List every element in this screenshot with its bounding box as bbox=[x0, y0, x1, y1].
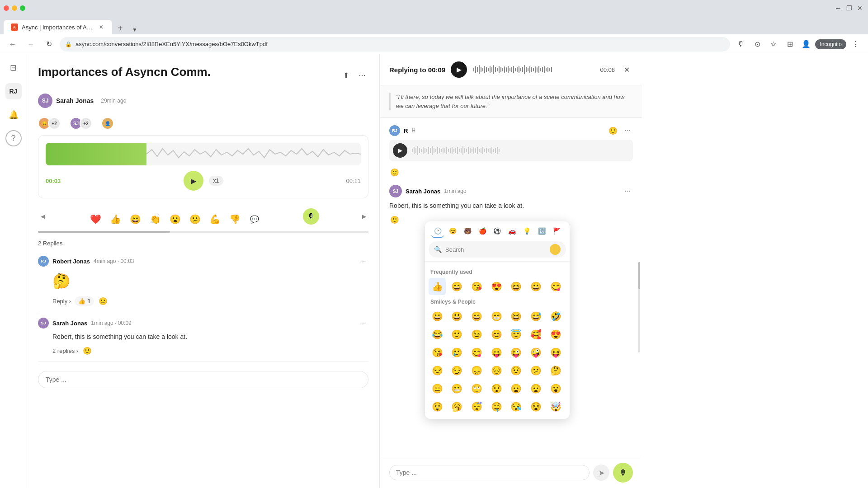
share-icon[interactable]: ⬆ bbox=[340, 69, 352, 81]
e-disappointed[interactable]: 😞 bbox=[468, 362, 485, 379]
scroll-left-arrow[interactable]: ◀ bbox=[38, 212, 47, 221]
reaction-strong[interactable]: 💪 bbox=[207, 211, 223, 227]
e-anguished[interactable]: 😧 bbox=[528, 380, 545, 397]
e-worried[interactable]: 😟 bbox=[508, 362, 525, 379]
e-thinking[interactable]: 🤔 bbox=[547, 362, 564, 379]
emoji-hearteyes[interactable]: 😍 bbox=[488, 278, 505, 295]
rj-mini-play[interactable]: ▶ bbox=[393, 143, 407, 158]
msg1-emoji-btn[interactable]: 🙂 bbox=[98, 296, 108, 306]
e-grinning[interactable]: 😀 bbox=[429, 308, 446, 325]
lens-icon[interactable]: ⊙ bbox=[750, 37, 764, 52]
e-holding-back[interactable]: 🥲 bbox=[448, 344, 466, 361]
e-rolling-eyes[interactable]: 🙄 bbox=[468, 380, 485, 397]
e-yawning[interactable]: 🥱 bbox=[448, 398, 466, 415]
rj-emoji-reaction-btn[interactable]: 🙂 bbox=[389, 167, 400, 178]
reaction-grin[interactable]: 😄 bbox=[127, 211, 143, 227]
e-wink[interactable]: 😉 bbox=[468, 326, 485, 343]
e-halo[interactable]: 😇 bbox=[508, 326, 525, 343]
emoji-yum[interactable]: 😋 bbox=[547, 278, 564, 295]
minimize-icon[interactable]: ─ bbox=[834, 4, 843, 13]
emoji-cat-activity[interactable]: ⚽ bbox=[491, 225, 504, 238]
maximize-window-btn[interactable] bbox=[20, 5, 25, 11]
emoji-cat-flags[interactable]: 🚩 bbox=[550, 225, 563, 238]
e-stuck-wink[interactable]: 😜 bbox=[508, 344, 525, 361]
emoji-thumbsup[interactable]: 👍 bbox=[429, 278, 446, 295]
reaction-wow[interactable]: 😮 bbox=[167, 211, 183, 227]
emoji-grinning[interactable]: 😀 bbox=[528, 278, 545, 295]
close-icon[interactable]: ✕ bbox=[855, 4, 864, 13]
e-squint[interactable]: 😆 bbox=[508, 308, 525, 325]
sidebar-help-icon[interactable]: ? bbox=[5, 130, 22, 146]
e-joy[interactable]: 😂 bbox=[429, 326, 446, 343]
reaction-thumbs-up[interactable]: 👍 bbox=[107, 211, 123, 227]
e-rolling[interactable]: 🤣 bbox=[547, 308, 564, 325]
msg2-reply-count[interactable]: 2 replies › bbox=[52, 347, 78, 354]
e-unamused[interactable]: 😒 bbox=[429, 362, 446, 379]
emoji-search-input[interactable] bbox=[445, 246, 546, 253]
speed-button[interactable]: x1 bbox=[209, 176, 224, 186]
more-icon[interactable]: ⋮ bbox=[848, 37, 863, 52]
scroll-right-arrow[interactable]: ▶ bbox=[359, 212, 368, 221]
new-reply-input[interactable] bbox=[38, 371, 368, 388]
reaction-heart[interactable]: ❤️ bbox=[87, 211, 104, 227]
emoji-kiss[interactable]: 😘 bbox=[468, 278, 485, 295]
e-frowning-mouth[interactable]: 😦 bbox=[508, 380, 525, 397]
e-drooling[interactable]: 🤤 bbox=[488, 398, 505, 415]
emoji-smile[interactable]: 😄 bbox=[448, 278, 466, 295]
rj-more-btn[interactable]: ··· bbox=[622, 125, 633, 136]
e-blush[interactable]: 😊 bbox=[488, 326, 505, 343]
e-stuck-out[interactable]: 😛 bbox=[488, 344, 505, 361]
reaction-clap[interactable]: 👏 bbox=[147, 211, 163, 227]
e-pensive[interactable]: 😔 bbox=[488, 362, 505, 379]
active-tab[interactable]: A Async | Importances of Asyncn Co... ✕ bbox=[4, 20, 112, 34]
e-sleepy[interactable]: 😪 bbox=[508, 398, 525, 415]
e-hearteyes[interactable]: 😍 bbox=[547, 326, 564, 343]
reaction-thumbs-down[interactable]: 👎 bbox=[226, 211, 243, 227]
sarah-right-more-btn[interactable]: ··· bbox=[622, 186, 633, 197]
e-expressionless[interactable]: 😑 bbox=[429, 380, 446, 397]
rj-emoji-btn[interactable]: 🙂 bbox=[608, 125, 618, 136]
minimize-window-btn[interactable] bbox=[12, 5, 17, 11]
reply-play-btn[interactable]: ▶ bbox=[451, 61, 467, 78]
reply-text-input[interactable] bbox=[389, 465, 590, 480]
sidebar-notifications-icon[interactable]: 🔔 bbox=[5, 107, 22, 123]
extensions-icon[interactable]: ⊞ bbox=[783, 37, 797, 52]
address-bar[interactable]: 🔒 async.com/conversations/2I88ReXEu5YlYX… bbox=[60, 37, 730, 52]
e-sweat[interactable]: 😅 bbox=[528, 308, 545, 325]
emoji-cat-objects[interactable]: 💡 bbox=[521, 225, 533, 238]
new-tab-btn[interactable]: + bbox=[114, 22, 127, 34]
bookmark-icon[interactable]: ☆ bbox=[766, 37, 781, 52]
incognito-btn[interactable]: Incognito bbox=[815, 39, 846, 49]
e-smiley[interactable]: 😃 bbox=[448, 308, 466, 325]
e-confused[interactable]: 😕 bbox=[528, 362, 545, 379]
back-btn[interactable]: ← bbox=[5, 37, 20, 52]
msg1-more-btn[interactable]: ··· bbox=[358, 256, 368, 267]
e-sleeping[interactable]: 😴 bbox=[468, 398, 485, 415]
tab-close-btn[interactable]: ✕ bbox=[98, 23, 105, 31]
emoji-cat-travel[interactable]: 🚗 bbox=[506, 225, 519, 238]
restore-icon[interactable]: ❐ bbox=[844, 4, 854, 13]
emoji-cat-nature[interactable]: 🐻 bbox=[461, 225, 474, 238]
e-dizzy[interactable]: 😵 bbox=[528, 398, 545, 415]
microphone-icon[interactable]: 🎙 bbox=[734, 37, 748, 52]
e-hearts[interactable]: 🥰 bbox=[528, 326, 545, 343]
e-zany[interactable]: 🤪 bbox=[528, 344, 545, 361]
e-astonished[interactable]: 😲 bbox=[429, 398, 446, 415]
reaction-sad[interactable]: 😕 bbox=[187, 211, 203, 227]
play-button[interactable]: ▶ bbox=[184, 171, 203, 191]
sidebar-home-icon[interactable]: RJ bbox=[5, 83, 22, 99]
send-btn[interactable]: ➤ bbox=[593, 465, 609, 481]
msg2-emoji-btn[interactable]: 🙂 bbox=[82, 345, 93, 356]
close-window-btn[interactable] bbox=[4, 5, 9, 11]
e-grimacing[interactable]: 😬 bbox=[448, 380, 466, 397]
e-exploding[interactable]: 🤯 bbox=[547, 398, 564, 415]
emoji-cat-recent[interactable]: 🕐 bbox=[431, 225, 444, 238]
sidebar-toggle-icon[interactable]: ⊟ bbox=[5, 60, 22, 76]
e-open-mouth[interactable]: 😮 bbox=[547, 380, 564, 397]
more-options-icon[interactable]: ··· bbox=[356, 69, 368, 81]
e-savoring[interactable]: 😋 bbox=[468, 344, 485, 361]
record-btn[interactable]: 🎙 bbox=[613, 463, 633, 483]
emoji-cat-symbols[interactable]: 🔣 bbox=[536, 225, 548, 238]
reload-btn[interactable]: ↻ bbox=[42, 37, 56, 52]
sarah-emoji-btn[interactable]: 🙂 bbox=[389, 214, 400, 225]
